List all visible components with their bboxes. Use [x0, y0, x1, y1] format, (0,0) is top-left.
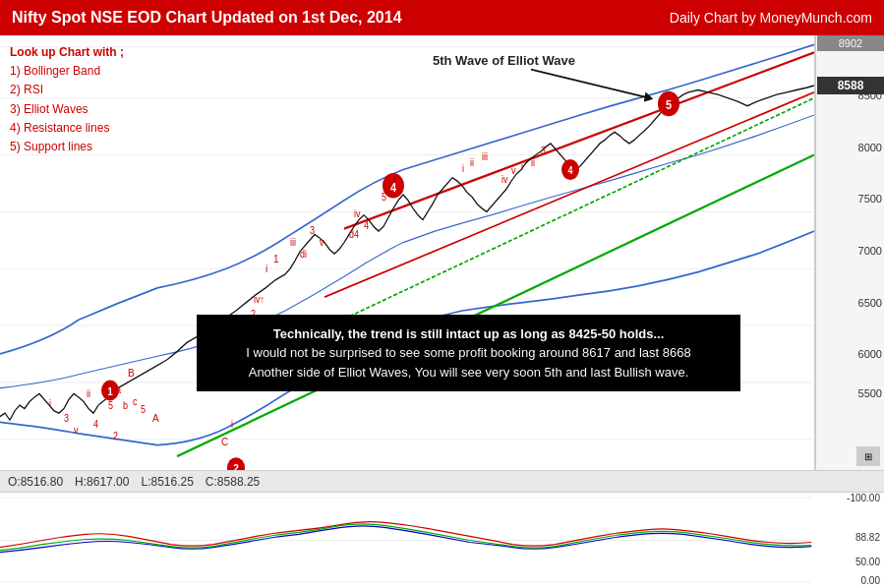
svg-text:4: 4: [93, 419, 99, 431]
watermark-icon: ⊞: [856, 446, 880, 466]
svg-line-8: [177, 154, 814, 456]
indicator-chart: -100.00 88.82 50.00 0.00: [0, 493, 884, 588]
lookup-text-block: Look up Chart with ; 1) Bollinger Band 2…: [10, 43, 124, 156]
svg-text:1: 1: [273, 253, 279, 265]
price-8500: 8500: [858, 89, 882, 101]
svg-text:2: 2: [113, 430, 118, 441]
price-6000: 6000: [858, 348, 882, 360]
open-value: 8516.80: [21, 475, 63, 489]
svg-text:v: v: [511, 165, 516, 177]
svg-text:i: i: [49, 398, 51, 410]
svg-text:ii: ii: [87, 387, 90, 399]
price-7500: 7500: [858, 193, 882, 205]
svg-text:5: 5: [382, 191, 386, 203]
svg-text:iv↑: iv↑: [254, 293, 265, 305]
chart-section: Look up Chart with ; 1) Bollinger Band 2…: [0, 35, 884, 470]
lookup-item-2: 2) RSI: [10, 81, 124, 99]
svg-text:iv: iv: [501, 174, 508, 186]
price-top-label: 8902: [817, 35, 884, 51]
annotation-box: Technically, the trend is still intact u…: [197, 315, 740, 392]
svg-text:5: 5: [141, 404, 146, 416]
svg-text:4: 4: [568, 165, 574, 177]
price-7000: 7000: [858, 245, 882, 257]
svg-text:b: b: [123, 399, 128, 411]
ind-label-100: -100.00: [847, 493, 880, 503]
wave-annotation-label: 5th Wave of Elliot Wave: [433, 53, 575, 68]
svg-text:d4: d4: [349, 228, 360, 240]
open-label: O:: [8, 475, 21, 489]
svg-text:B: B: [128, 366, 135, 379]
annotation-line2: I would not be surprised to see some pro…: [246, 345, 690, 360]
svg-text:3: 3: [310, 225, 315, 237]
high-value: 8617.00: [87, 475, 129, 489]
chart-title: Nifty Spot NSE EOD Chart Updated on 1st …: [12, 9, 402, 27]
high-label: H:: [75, 475, 87, 489]
svg-text:2: 2: [233, 462, 239, 470]
svg-text:4: 4: [390, 180, 396, 195]
svg-text:4: 4: [364, 219, 370, 231]
lookup-item-1: 1) Bollinger Band: [10, 62, 124, 81]
main-chart-area: Look up Chart with ; 1) Bollinger Band 2…: [0, 35, 815, 470]
indicator-svg: [0, 493, 884, 588]
annotation-line1: Technically, the trend is still intact u…: [273, 326, 665, 341]
low-label: L:: [141, 475, 150, 489]
lookup-item-4: 4) Resistance lines: [10, 119, 124, 138]
svg-text:A: A: [152, 412, 159, 425]
svg-text:5: 5: [666, 97, 672, 112]
svg-text:5: 5: [108, 399, 113, 411]
price-6500: 6500: [858, 297, 882, 309]
svg-text:C: C: [221, 435, 228, 447]
svg-text:iii: iii: [290, 236, 296, 248]
annotation-line3: Another side of Elliot Waves, You will s…: [249, 365, 689, 380]
svg-text:i: i: [265, 262, 267, 274]
svg-text:v: v: [320, 236, 324, 248]
bottom-section: O: 8516.80 H: 8617.00 L: 8516.25 C: 8588…: [0, 470, 884, 588]
ind-label-50: 50.00: [855, 557, 880, 567]
ind-label-0: 0.00: [861, 575, 880, 586]
close-value: 8588.25: [217, 475, 260, 489]
ohlc-bar: O: 8516.80 H: 8617.00 L: 8516.25 C: 8588…: [0, 471, 884, 493]
svg-text:i: i: [231, 419, 233, 431]
lookup-item-5: 5) Support lines: [10, 138, 124, 156]
app-container: Nifty Spot NSE EOD Chart Updated on 1st …: [0, 0, 884, 588]
price-5500: 5500: [858, 387, 882, 399]
ind-label-88: 88.82: [855, 532, 880, 543]
svg-text:i: i: [521, 160, 523, 172]
svg-text:3: 3: [64, 413, 69, 425]
chart-header: Nifty Spot NSE EOD Chart Updated on 1st …: [0, 0, 884, 35]
low-value: 8516.25: [150, 475, 193, 489]
svg-text:iv: iv: [354, 208, 361, 220]
chart-subtitle: Daily Chart by MoneyMunch.com: [670, 10, 872, 26]
lookup-title: Look up Chart with ;: [10, 43, 124, 62]
svg-text:ii: ii: [531, 156, 535, 168]
price-8000: 8000: [858, 142, 882, 153]
lookup-item-3: 3) Elliot Waves: [10, 100, 124, 119]
svg-line-12: [531, 70, 649, 98]
svg-text:a: a: [116, 384, 122, 396]
indicator-axis: -100.00 88.82 50.00 0.00: [817, 493, 884, 588]
price-axis: 8902 8588 8500 8000 7500 7000 6500 6000 …: [815, 35, 884, 470]
svg-text:ii: ii: [470, 156, 474, 168]
close-label: C:: [206, 475, 217, 489]
svg-text:v: v: [74, 424, 79, 436]
svg-text:di: di: [300, 248, 307, 260]
svg-text:iii: iii: [482, 151, 488, 163]
svg-text:i: i: [462, 162, 464, 174]
svg-text:c: c: [133, 395, 138, 407]
svg-text:3: 3: [541, 146, 546, 157]
svg-text:1: 1: [107, 384, 113, 397]
